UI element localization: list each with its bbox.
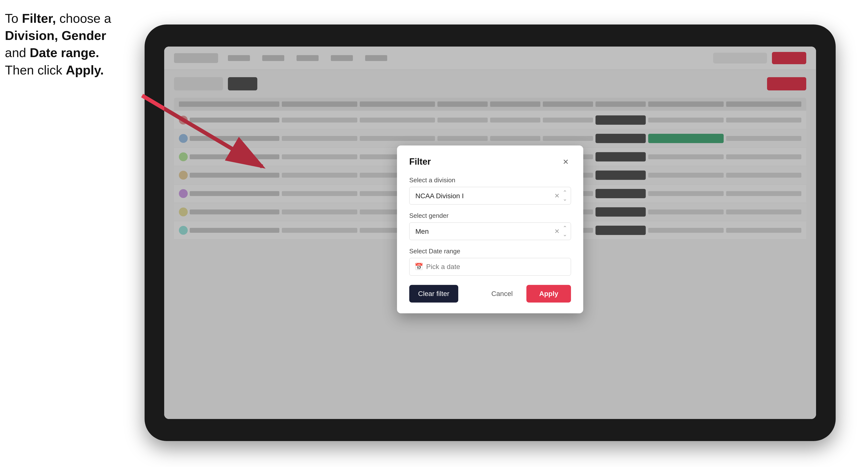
date-input-wrapper: 📅	[409, 258, 571, 276]
division-select[interactable]: NCAA Division I NCAA Division II NCAA Di…	[409, 187, 571, 205]
bold-date-range: Date range.	[30, 45, 99, 60]
modal-title: Filter	[409, 157, 431, 167]
clear-filter-button[interactable]: Clear filter	[409, 285, 458, 303]
footer-right: Cancel Apply	[483, 285, 571, 303]
instruction-text: To Filter, choose a Division, Gender and…	[5, 10, 142, 79]
bold-apply: Apply.	[66, 63, 104, 77]
apply-button[interactable]: Apply	[526, 285, 571, 303]
date-input[interactable]	[409, 258, 571, 276]
modal-close-button[interactable]: ✕	[560, 156, 571, 167]
modal-footer: Clear filter Cancel Apply	[409, 285, 571, 303]
bold-division-gender: Division, Gender	[5, 28, 106, 43]
cancel-button[interactable]: Cancel	[483, 285, 522, 303]
tablet-frame: Filter ✕ Select a division NCAA Division…	[145, 25, 836, 441]
gender-form-group: Select gender Men Women Mixed ✕ ⌃⌄	[409, 212, 571, 240]
tablet-screen: Filter ✕ Select a division NCAA Division…	[164, 46, 816, 419]
gender-label: Select gender	[409, 212, 571, 220]
close-icon: ✕	[563, 157, 569, 166]
modal-header: Filter ✕	[409, 156, 571, 167]
division-form-group: Select a division NCAA Division I NCAA D…	[409, 177, 571, 205]
gender-select-wrapper: Men Women Mixed ✕ ⌃⌄	[409, 222, 571, 240]
division-select-wrapper: NCAA Division I NCAA Division II NCAA Di…	[409, 187, 571, 205]
bold-filter: Filter,	[22, 11, 56, 26]
division-label: Select a division	[409, 177, 571, 184]
gender-select[interactable]: Men Women Mixed	[409, 222, 571, 240]
date-form-group: Select Date range 📅	[409, 247, 571, 276]
date-label: Select Date range	[409, 247, 571, 255]
filter-modal: Filter ✕ Select a division NCAA Division…	[397, 146, 583, 313]
